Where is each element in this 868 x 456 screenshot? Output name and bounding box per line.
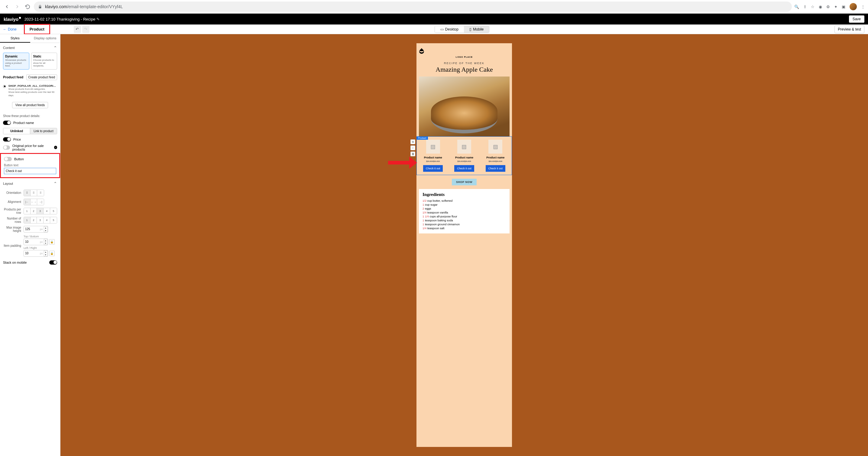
- tab-display-options[interactable]: Display options: [30, 34, 60, 43]
- layout-section-header[interactable]: Layout ⌃: [0, 179, 60, 188]
- ingredient-line: 1 1/4 cups all-purpose flour: [423, 215, 506, 218]
- content-dynamic-card[interactable]: Dynamic Showcase products using a produc…: [3, 53, 29, 69]
- product-block[interactable]: Product ⧉ ☆ 🗑 ▨ Product name $X.XX$X.XX …: [416, 136, 512, 175]
- ppr-2[interactable]: 2: [31, 208, 37, 214]
- toggle-product-name[interactable]: [3, 121, 11, 125]
- hero-image[interactable]: [419, 77, 509, 136]
- link-mode-unlinked[interactable]: Unlinked: [3, 128, 30, 134]
- nor-5[interactable]: 5: [50, 217, 57, 223]
- tab-styles[interactable]: Styles: [0, 34, 30, 43]
- nor-4[interactable]: 4: [43, 217, 50, 223]
- browser-address-bar[interactable]: klaviyo.com/email-template-editor/VYyf4L: [34, 1, 792, 12]
- product-card[interactable]: ▨ Product name $X.XX$X.XX Check it out: [420, 140, 447, 172]
- orientation-grid2[interactable]: ⠿: [31, 190, 37, 196]
- browser-back-button[interactable]: [3, 3, 11, 10]
- ingredient-line: 1 teaspoon baking soda: [423, 219, 506, 222]
- zoom-out-icon[interactable]: 🔍: [794, 4, 799, 9]
- undo-button[interactable]: ↶: [74, 26, 81, 33]
- toggle-stack-mobile[interactable]: [49, 261, 57, 265]
- email-canvas: LOGO PLACE RECIPE OF THE WEEK Amazing Ap…: [60, 34, 868, 456]
- padding-top-bottom-input[interactable]: [24, 239, 39, 244]
- padding-left-right-input[interactable]: [24, 251, 39, 256]
- chevron-up-icon: ⌃: [54, 45, 57, 50]
- padding-lock-icon[interactable]: 🔒: [49, 239, 55, 245]
- number-of-rows-buttons: 1 2 3 4 5: [24, 217, 57, 223]
- shop-now-button[interactable]: SHOP NOW: [452, 179, 476, 185]
- link-mode-product[interactable]: Link to product: [30, 128, 57, 134]
- ppr-3[interactable]: 3: [37, 208, 43, 214]
- view-all-feeds-button[interactable]: View all product feeds: [12, 102, 49, 108]
- profile-avatar[interactable]: [849, 3, 857, 10]
- url-domain: klaviyo.com: [45, 4, 67, 9]
- info-icon[interactable]: i: [54, 146, 57, 149]
- browser-forward-button[interactable]: [13, 3, 21, 10]
- product-cta-button[interactable]: Check it out: [454, 165, 474, 172]
- delete-block-icon[interactable]: 🗑: [410, 152, 415, 156]
- browser-menu-icon[interactable]: ⋮: [861, 4, 865, 9]
- product-cta-button[interactable]: Check it out: [423, 165, 443, 172]
- save-button[interactable]: Save: [849, 16, 864, 23]
- duplicate-block-icon[interactable]: ⧉: [410, 140, 415, 144]
- browser-reload-button[interactable]: [24, 3, 31, 10]
- ingredients-block[interactable]: Ingredients 1/2 cup butter, softened1 cu…: [419, 189, 509, 234]
- klaviyo-logo[interactable]: klaviyo: [4, 17, 21, 22]
- create-product-feed-button[interactable]: Create product feed: [26, 74, 57, 80]
- favorite-block-icon[interactable]: ☆: [410, 146, 415, 150]
- max-height-stepper[interactable]: ▲▼: [44, 226, 48, 232]
- alignment-buttons: |← ←→ →|: [24, 199, 44, 205]
- lr-stepper[interactable]: ▲▼: [44, 250, 48, 256]
- product-card[interactable]: ▨ Product name $X.XX$X.XX Check it out: [482, 140, 509, 172]
- feed-radio-button[interactable]: [3, 85, 6, 88]
- nor-3[interactable]: 3: [37, 217, 43, 223]
- kicker-text: RECIPE OF THE WEEK: [416, 62, 512, 65]
- ppr-4[interactable]: 4: [43, 208, 50, 214]
- toggle-price[interactable]: [3, 137, 11, 142]
- extensions-puzzle-icon[interactable]: ✦: [834, 4, 837, 9]
- toggle-button[interactable]: [4, 157, 12, 161]
- button-text-input[interactable]: [4, 168, 56, 174]
- template-title: 2023-11-02 17:10 Thanksgiving - Recipe ✎: [25, 17, 100, 22]
- button-text-label: Button text: [4, 163, 56, 167]
- content-static-card[interactable]: Static Choose products to show for all r…: [31, 53, 57, 69]
- browser-toolbar: klaviyo.com/email-template-editor/VYyf4L…: [0, 0, 868, 13]
- tb-stepper[interactable]: ▲▼: [44, 239, 48, 245]
- ppr-1[interactable]: 1: [24, 208, 31, 214]
- product-card[interactable]: ▨ Product name $X.XX$X.XX Check it out: [451, 140, 478, 172]
- headline-text: Amazing Apple Cake: [416, 66, 512, 73]
- orientation-grid1[interactable]: ⠿: [24, 190, 31, 196]
- selected-product-feed[interactable]: SHOP_POPULAR_ALL_CATEGORIES_UNPER... Sho…: [0, 82, 60, 99]
- ppr-5[interactable]: 5: [50, 208, 57, 214]
- image-placeholder-icon: ▨: [488, 140, 502, 154]
- lock-icon: [38, 5, 42, 9]
- align-center[interactable]: ←→: [31, 199, 37, 205]
- image-placeholder-icon: ▨: [457, 140, 471, 154]
- extension-icon[interactable]: ◉: [819, 4, 822, 9]
- products-per-row-buttons: 1 2 3 4 5: [24, 208, 57, 214]
- panel-icon[interactable]: ▣: [842, 4, 845, 9]
- product-cta-button[interactable]: Check it out: [486, 165, 506, 172]
- done-link[interactable]: Done: [3, 27, 17, 31]
- button-settings-highlight: Button Button text: [0, 153, 60, 178]
- settings-gear-icon[interactable]: ⚙: [826, 4, 830, 9]
- align-right[interactable]: →|: [37, 199, 44, 205]
- preview-test-button[interactable]: Preview & test: [834, 25, 864, 33]
- desktop-preview-button[interactable]: ▭ Desktop: [435, 26, 464, 33]
- product-block-tag: Product: [416, 136, 428, 140]
- nor-2[interactable]: 2: [31, 217, 37, 223]
- ingredients-title: Ingredients: [423, 192, 506, 197]
- mobile-preview-button[interactable]: ▯ Mobile: [464, 26, 489, 33]
- share-icon[interactable]: ⇧: [803, 4, 807, 9]
- orientation-grid3[interactable]: ⠿: [37, 190, 44, 196]
- max-image-height-input[interactable]: [24, 226, 39, 232]
- bookmark-star-icon[interactable]: ☆: [811, 4, 814, 9]
- padding-lock-icon[interactable]: 🔒: [49, 251, 55, 256]
- toggle-original-price[interactable]: [3, 146, 10, 150]
- nor-1[interactable]: 1: [24, 217, 31, 223]
- edit-title-icon[interactable]: ✎: [96, 17, 100, 22]
- align-left[interactable]: |←: [24, 199, 31, 205]
- content-section-header[interactable]: Content ⌃: [0, 43, 60, 53]
- chevron-up-icon: ⌃: [54, 181, 57, 186]
- tab-product[interactable]: Product: [24, 24, 50, 34]
- ingredient-line: 1 teaspoon ground cinnamon: [423, 222, 506, 226]
- logo-caption: LOGO PLACE: [416, 56, 512, 58]
